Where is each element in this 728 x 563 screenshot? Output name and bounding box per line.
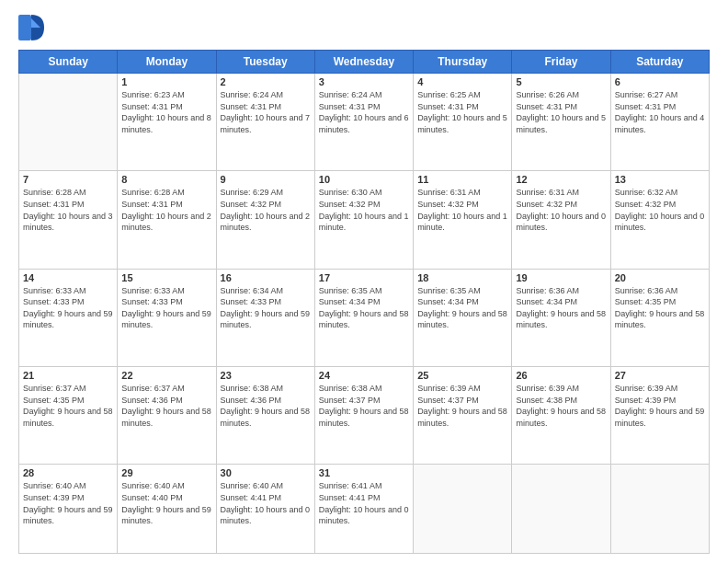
calendar-cell: 31Sunrise: 6:41 AMSunset: 4:41 PMDayligh… [314,465,413,554]
day-number: 22 [121,370,211,381]
day-number: 11 [417,174,507,185]
day-number: 6 [615,76,705,87]
day-number: 13 [615,174,705,185]
day-info: Sunrise: 6:27 AMSunset: 4:31 PMDaylight:… [615,89,705,135]
day-info: Sunrise: 6:39 AMSunset: 4:37 PMDaylight:… [417,383,507,429]
day-info: Sunrise: 6:35 AMSunset: 4:34 PMDaylight:… [417,285,507,331]
day-number: 14 [23,272,113,283]
day-info: Sunrise: 6:41 AMSunset: 4:41 PMDaylight:… [319,480,409,526]
calendar-cell: 24Sunrise: 6:38 AMSunset: 4:37 PMDayligh… [314,366,413,464]
calendar-cell: 25Sunrise: 6:39 AMSunset: 4:37 PMDayligh… [414,366,512,464]
day-number: 31 [319,467,409,478]
day-number: 1 [121,76,211,87]
day-info: Sunrise: 6:29 AMSunset: 4:32 PMDaylight:… [221,187,311,233]
day-info: Sunrise: 6:31 AMSunset: 4:32 PMDaylight:… [516,187,606,233]
col-header-friday: Friday [512,51,610,74]
day-number: 19 [516,272,606,283]
calendar-cell: 6Sunrise: 6:27 AMSunset: 4:31 PMDaylight… [610,74,709,171]
day-info: Sunrise: 6:28 AMSunset: 4:31 PMDaylight:… [23,187,113,233]
calendar-cell: 3Sunrise: 6:24 AMSunset: 4:31 PMDaylight… [314,74,413,171]
day-info: Sunrise: 6:23 AMSunset: 4:31 PMDaylight:… [121,89,211,135]
day-number: 7 [23,174,113,185]
calendar-table: SundayMondayTuesdayWednesdayThursdayFrid… [18,50,710,554]
day-number: 29 [121,467,211,478]
col-header-monday: Monday [118,51,216,74]
col-header-tuesday: Tuesday [216,51,314,74]
calendar-cell: 27Sunrise: 6:39 AMSunset: 4:39 PMDayligh… [610,366,709,464]
day-info: Sunrise: 6:37 AMSunset: 4:35 PMDaylight:… [23,383,113,429]
day-number: 25 [417,370,507,381]
calendar-cell: 17Sunrise: 6:35 AMSunset: 4:34 PMDayligh… [314,269,413,366]
calendar-cell: 5Sunrise: 6:26 AMSunset: 4:31 PMDaylight… [512,74,610,171]
logo [18,15,48,40]
calendar-cell: 29Sunrise: 6:40 AMSunset: 4:40 PMDayligh… [118,465,216,554]
day-number: 17 [319,272,409,283]
svg-rect-0 [18,15,31,40]
day-number: 21 [23,370,113,381]
day-number: 3 [319,76,409,87]
day-number: 9 [221,174,311,185]
day-number: 20 [615,272,705,283]
day-info: Sunrise: 6:40 AMSunset: 4:41 PMDaylight:… [221,480,311,526]
day-info: Sunrise: 6:24 AMSunset: 4:31 PMDaylight:… [319,89,409,135]
calendar-cell: 12Sunrise: 6:31 AMSunset: 4:32 PMDayligh… [512,171,610,269]
col-header-wednesday: Wednesday [314,51,413,74]
calendar-cell: 19Sunrise: 6:36 AMSunset: 4:34 PMDayligh… [512,269,610,366]
day-info: Sunrise: 6:39 AMSunset: 4:38 PMDaylight:… [516,383,606,429]
calendar-cell: 30Sunrise: 6:40 AMSunset: 4:41 PMDayligh… [216,465,314,554]
day-info: Sunrise: 6:40 AMSunset: 4:39 PMDaylight:… [23,480,113,526]
calendar-cell: 4Sunrise: 6:25 AMSunset: 4:31 PMDaylight… [414,74,512,171]
day-info: Sunrise: 6:38 AMSunset: 4:37 PMDaylight:… [319,383,409,429]
day-info: Sunrise: 6:36 AMSunset: 4:34 PMDaylight:… [516,285,606,331]
calendar-cell [610,465,709,554]
calendar-cell: 10Sunrise: 6:30 AMSunset: 4:32 PMDayligh… [314,171,413,269]
calendar-cell: 2Sunrise: 6:24 AMSunset: 4:31 PMDaylight… [216,74,314,171]
day-number: 5 [516,76,606,87]
day-info: Sunrise: 6:38 AMSunset: 4:36 PMDaylight:… [221,383,311,429]
day-info: Sunrise: 6:28 AMSunset: 4:31 PMDaylight:… [121,187,211,233]
day-number: 2 [221,76,311,87]
day-info: Sunrise: 6:36 AMSunset: 4:35 PMDaylight:… [615,285,705,331]
calendar-cell: 22Sunrise: 6:37 AMSunset: 4:36 PMDayligh… [118,366,216,464]
calendar-cell [19,74,118,171]
day-number: 18 [417,272,507,283]
day-info: Sunrise: 6:25 AMSunset: 4:31 PMDaylight:… [417,89,507,135]
day-info: Sunrise: 6:34 AMSunset: 4:33 PMDaylight:… [221,285,311,331]
day-number: 15 [121,272,211,283]
day-number: 23 [221,370,311,381]
day-number: 24 [319,370,409,381]
day-number: 8 [121,174,211,185]
calendar-cell: 1Sunrise: 6:23 AMSunset: 4:31 PMDaylight… [118,74,216,171]
day-number: 10 [319,174,409,185]
calendar-cell: 15Sunrise: 6:33 AMSunset: 4:33 PMDayligh… [118,269,216,366]
header [18,15,710,40]
calendar-cell: 21Sunrise: 6:37 AMSunset: 4:35 PMDayligh… [19,366,118,464]
calendar-cell: 7Sunrise: 6:28 AMSunset: 4:31 PMDaylight… [19,171,118,269]
calendar-cell: 8Sunrise: 6:28 AMSunset: 4:31 PMDaylight… [118,171,216,269]
day-info: Sunrise: 6:33 AMSunset: 4:33 PMDaylight:… [121,285,211,331]
day-info: Sunrise: 6:39 AMSunset: 4:39 PMDaylight:… [615,383,705,429]
col-header-saturday: Saturday [610,51,709,74]
calendar-cell: 20Sunrise: 6:36 AMSunset: 4:35 PMDayligh… [610,269,709,366]
day-info: Sunrise: 6:30 AMSunset: 4:32 PMDaylight:… [319,187,409,233]
calendar-cell [414,465,512,554]
calendar-cell: 14Sunrise: 6:33 AMSunset: 4:33 PMDayligh… [19,269,118,366]
day-number: 30 [221,467,311,478]
calendar-cell: 28Sunrise: 6:40 AMSunset: 4:39 PMDayligh… [19,465,118,554]
calendar-cell: 13Sunrise: 6:32 AMSunset: 4:32 PMDayligh… [610,171,709,269]
calendar-cell: 9Sunrise: 6:29 AMSunset: 4:32 PMDaylight… [216,171,314,269]
day-info: Sunrise: 6:35 AMSunset: 4:34 PMDaylight:… [319,285,409,331]
day-info: Sunrise: 6:37 AMSunset: 4:36 PMDaylight:… [121,383,211,429]
calendar-cell: 23Sunrise: 6:38 AMSunset: 4:36 PMDayligh… [216,366,314,464]
calendar-cell [512,465,610,554]
calendar-cell: 26Sunrise: 6:39 AMSunset: 4:38 PMDayligh… [512,366,610,464]
calendar-cell: 11Sunrise: 6:31 AMSunset: 4:32 PMDayligh… [414,171,512,269]
page: SundayMondayTuesdayWednesdayThursdayFrid… [0,0,728,563]
day-info: Sunrise: 6:26 AMSunset: 4:31 PMDaylight:… [516,89,606,135]
day-number: 28 [23,467,113,478]
day-info: Sunrise: 6:40 AMSunset: 4:40 PMDaylight:… [121,480,211,526]
day-number: 26 [516,370,606,381]
col-header-thursday: Thursday [414,51,512,74]
logo-icon [18,15,44,40]
day-number: 16 [221,272,311,283]
